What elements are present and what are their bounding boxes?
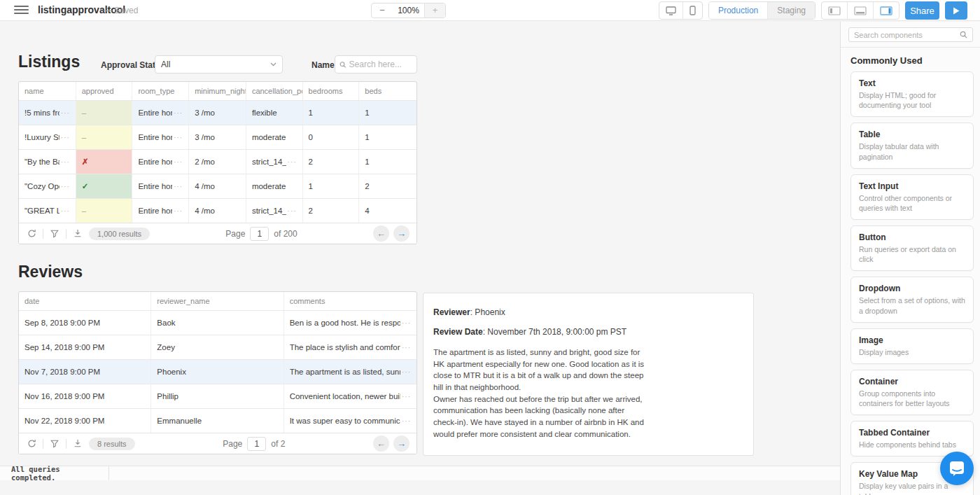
page-label: Page (223, 439, 242, 449)
overflow-dots-icon: ··· (174, 183, 183, 190)
component-card-title: Dropdown (859, 284, 965, 293)
refresh-icon[interactable] (26, 228, 37, 239)
panel-toggle-group (821, 1, 899, 20)
next-page-button[interactable]: → (393, 225, 410, 242)
bottom-panel-toggle[interactable] (847, 2, 873, 19)
review-date-line: Review Date: November 7th 2018, 9:00:00 … (433, 327, 743, 337)
refresh-icon[interactable] (26, 438, 37, 449)
listings-title: Listings (18, 53, 80, 71)
name-cell: !Luxury Stu··· (19, 125, 76, 149)
page-input[interactable] (250, 227, 269, 241)
name-cell: "Cozy Open··· (19, 174, 76, 198)
query-status-text: All queries completed. (11, 465, 108, 482)
listings-table-row[interactable]: "By the Bay···✗Entire home···2 /mostrict… (19, 149, 416, 174)
room-type-text: Entire home (138, 182, 172, 190)
overflow-dots-icon: ··· (402, 319, 411, 327)
overflow-dots-icon: ··· (174, 134, 183, 141)
next-page-button[interactable]: → (393, 435, 410, 452)
overflow-dots-icon: ··· (61, 134, 70, 141)
component-card-table[interactable]: TableDisplay tabular data with paginatio… (850, 123, 974, 168)
download-icon[interactable] (72, 228, 83, 239)
filter-icon[interactable] (49, 228, 60, 239)
reviews-table-row[interactable]: Nov 7, 2018 9:00 PMPhoenixThe apartment … (19, 359, 416, 384)
name-search-input[interactable] (349, 60, 412, 69)
column-header: room_type (132, 82, 189, 100)
listings-table-row[interactable]: !Luxury Stu···–Entire home···3 /momodera… (19, 125, 416, 149)
chat-launcher-button[interactable] (940, 452, 974, 485)
component-card-title: Text (859, 78, 965, 88)
listings-table-row[interactable]: "GREAT LOC···–Entire home···4 /mostrict_… (19, 198, 416, 223)
comments-text: It was super easy to communicate wi (290, 417, 400, 425)
reviews-table-row[interactable]: Sep 14, 2018 9:00 PMZoeyThe place is sty… (19, 335, 416, 359)
bottom-panel-icon (854, 6, 867, 15)
prev-page-button[interactable]: ← (373, 435, 389, 452)
component-card-description: Run queries or export data on click (859, 244, 965, 264)
reviews-table-row[interactable]: Sep 8, 2018 9:00 PMBaokBen is a good hos… (19, 310, 416, 335)
approved-cell: ✓ (76, 174, 133, 198)
app-screen: listingapprovaltool — Saved − 100% + Pro… (0, 0, 980, 495)
prev-page-button[interactable]: ← (373, 225, 389, 242)
staging-toggle[interactable]: Staging (767, 2, 815, 19)
component-search-input[interactable] (854, 31, 960, 39)
zoom-out-button[interactable]: − (372, 4, 393, 18)
pagination: Page of 200 (150, 227, 373, 241)
room-type-cell: Entire home··· (132, 150, 189, 174)
run-button[interactable] (945, 1, 967, 20)
component-card-text-input[interactable]: Text InputControl other components or qu… (850, 174, 974, 220)
page-input[interactable] (247, 437, 266, 451)
component-card-text[interactable]: TextDisplay HTML; good for documenting y… (850, 71, 974, 117)
listings-table-row[interactable]: !5 mins fron···–Entire home···3 /moflexi… (19, 100, 416, 125)
cancellation-policy-text: strict_14_w (252, 158, 286, 166)
component-card-dropdown[interactable]: DropdownSelect from a set of options, wi… (850, 277, 974, 322)
mobile-view-button[interactable] (682, 2, 702, 19)
cancellation-policy-text: strict_14_w (252, 207, 286, 215)
reviews-table-body: Sep 8, 2018 9:00 PMBaokBen is a good hos… (19, 310, 416, 433)
room-type-text: Entire home (138, 109, 172, 117)
review-date-label: Review Date (433, 327, 483, 337)
room-type-cell: Entire home··· (132, 199, 189, 223)
download-icon[interactable] (72, 438, 83, 449)
zoom-in-button[interactable]: + (424, 4, 445, 18)
reviews-table-row[interactable]: Nov 22, 2018 9:00 PMEmmanuelleIt was sup… (19, 408, 416, 433)
topbar: listingapprovaltool — Saved − 100% + Pro… (0, 0, 980, 21)
overflow-dots-icon: ··· (61, 207, 70, 215)
review-date-value: : November 7th 2018, 9:00:00 pm PST (483, 327, 626, 337)
share-button[interactable]: Share (905, 1, 939, 20)
reviews-table-row[interactable]: Nov 16, 2018 9:00 PMPhillipConvenient lo… (19, 384, 416, 408)
overflow-dots-icon: ··· (174, 207, 183, 215)
component-card-image[interactable]: ImageDisplay images (850, 328, 974, 364)
reviewer-name-cell: Baok (151, 311, 284, 335)
component-card-button[interactable]: ButtonRun queries or export data on clic… (850, 225, 974, 271)
listings-table-row[interactable]: "Cozy Open···✓Entire home···4 /momoderat… (19, 174, 416, 198)
cancellation-policy-cell: moderate (246, 174, 303, 198)
date-cell: Sep 14, 2018 9:00 PM (19, 335, 151, 359)
right-panel-icon (880, 6, 892, 15)
component-card-title: Button (859, 232, 965, 242)
comments-text: Ben is a good host. He is responsive a (290, 319, 400, 327)
hamburger-menu-icon[interactable] (14, 6, 29, 15)
filter-icon[interactable] (49, 438, 60, 449)
bedrooms-cell: 1 (303, 174, 360, 198)
production-toggle[interactable]: Production (709, 2, 767, 19)
component-search-box (848, 27, 973, 42)
column-header: comments (284, 292, 416, 310)
review-body-text: The apartment is as listed, sunny and br… (433, 347, 647, 440)
review-detail-panel: Reviewer: Phoenix Review Date: November … (423, 293, 754, 456)
right-panel-toggle[interactable] (873, 2, 899, 19)
cancellation-policy-text: moderate (252, 182, 297, 190)
minimum-nights-cell: 4 /mo (189, 174, 246, 198)
component-card-container[interactable]: ContainerGroup components into container… (850, 370, 974, 415)
comments-cell: It was super easy to communicate wi··· (284, 409, 416, 433)
date-cell: Nov 16, 2018 9:00 PM (19, 384, 151, 408)
component-card-title: Table (859, 130, 965, 139)
beds-cell: 2 (359, 174, 416, 198)
component-card-description: Display tabular data with pagination (859, 141, 965, 161)
beds-cell: 1 (359, 125, 416, 149)
listings-table: nameapprovedroom_typeminimum_nightscance… (18, 81, 417, 244)
approval-status-dropdown[interactable]: All (155, 55, 283, 74)
desktop-view-button[interactable] (659, 2, 682, 19)
cancellation-policy-cell: strict_14_w··· (246, 150, 303, 174)
date-cell: Nov 7, 2018 9:00 PM (19, 360, 151, 384)
left-panel-toggle[interactable] (822, 2, 847, 19)
column-header: date (19, 292, 151, 310)
